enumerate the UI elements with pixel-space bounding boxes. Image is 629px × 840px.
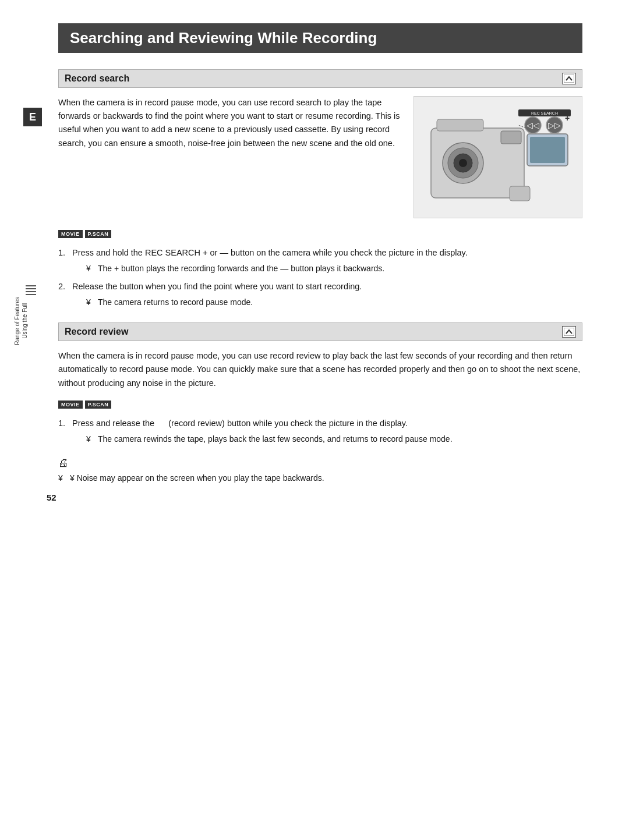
record-search-body: When the camera is in record pause mode,…: [58, 96, 402, 218]
svg-rect-0: [564, 75, 574, 83]
review-step-1: 1. Press and release the (record review)…: [58, 417, 582, 446]
svg-rect-7: [437, 119, 483, 131]
review-step-1-text: Press and release the (record review) bu…: [72, 419, 408, 428]
svg-rect-9: [530, 137, 565, 163]
page-title: Searching and Reviewing While Recording: [58, 23, 582, 53]
step-1-bullet-text: The + button plays the recording forward…: [98, 262, 384, 275]
record-search-header: Record search: [58, 69, 582, 88]
record-search-title: Record search: [65, 73, 129, 84]
record-review-title: Record review: [65, 327, 128, 337]
camera-illustration: REC SEARCH ◁◁ ▷▷ +: [414, 96, 582, 218]
review-step-1-number: 1.: [58, 417, 69, 446]
svg-text:▷▷: ▷▷: [548, 120, 561, 130]
svg-text:REC SEARCH: REC SEARCH: [531, 111, 558, 115]
review-step-1-bullet-text: The camera rewinds the tape, plays back …: [98, 433, 453, 445]
record-search-mode-badges: MOVIE P.SCAN: [58, 230, 582, 238]
svg-rect-10: [510, 186, 530, 201]
svg-rect-19: [564, 328, 574, 336]
mode-badge-movie-2: MOVIE: [58, 400, 83, 409]
note-icon: 🖨: [58, 457, 582, 469]
svg-rect-6: [501, 131, 521, 144]
record-review-icon: [562, 326, 576, 338]
svg-point-5: [459, 159, 467, 167]
sidebar-decoration: [26, 285, 36, 295]
sidebar-text: Range of Features Using the Full: [14, 297, 28, 345]
step-1-bullet: ¥ The + button plays the recording forwa…: [86, 262, 582, 275]
step-1-number: 1.: [58, 246, 69, 275]
note-bullet: ¥ ¥ Noise may appear on the screen when …: [58, 472, 582, 484]
record-search-steps: 1. Press and hold the REC SEARCH + or — …: [58, 246, 582, 309]
step-1-content: Press and hold the REC SEARCH + or — but…: [72, 246, 582, 275]
step-1-text: Press and hold the REC SEARCH + or — but…: [72, 248, 468, 257]
page-container: Searching and Reviewing While Recording …: [0, 0, 629, 520]
e-badge: E: [23, 108, 42, 126]
svg-text:◁◁: ◁◁: [526, 120, 539, 130]
note-section: 🖨 ¥ ¥ Noise may appear on the screen whe…: [58, 457, 582, 484]
step-1: 1. Press and hold the REC SEARCH + or — …: [58, 246, 582, 275]
record-review-body: When the camera is in record pause mode,…: [58, 349, 582, 390]
step-2-bullet-text: The camera returns to record pause mode.: [98, 296, 253, 309]
step-2-content: Release the button when you find the poi…: [72, 280, 582, 309]
record-search-icon: [562, 73, 576, 84]
record-search-content: When the camera is in record pause mode,…: [58, 96, 582, 218]
svg-text:+: +: [565, 114, 570, 123]
record-review-mode-badges: MOVIE P.SCAN: [58, 400, 582, 409]
mode-badge-pscan: P.SCAN: [85, 230, 112, 238]
note-text: ¥ Noise may appear on the screen when yo…: [70, 472, 324, 484]
step-2-bullet: ¥ The camera returns to record pause mod…: [86, 296, 582, 309]
page-number: 52: [47, 492, 56, 502]
mode-badge-movie: MOVIE: [58, 230, 83, 238]
step-2-number: 2.: [58, 280, 69, 309]
review-step-1-bullet: ¥ The camera rewinds the tape, plays bac…: [86, 433, 582, 445]
step-2-text: Release the button when you find the poi…: [72, 282, 362, 291]
mode-badge-pscan-2: P.SCAN: [85, 400, 112, 409]
review-step-1-content: Press and release the (record review) bu…: [72, 417, 582, 446]
step-2: 2. Release the button when you find the …: [58, 280, 582, 309]
record-review-header: Record review: [58, 322, 582, 341]
record-review-steps: 1. Press and release the (record review)…: [58, 417, 582, 446]
